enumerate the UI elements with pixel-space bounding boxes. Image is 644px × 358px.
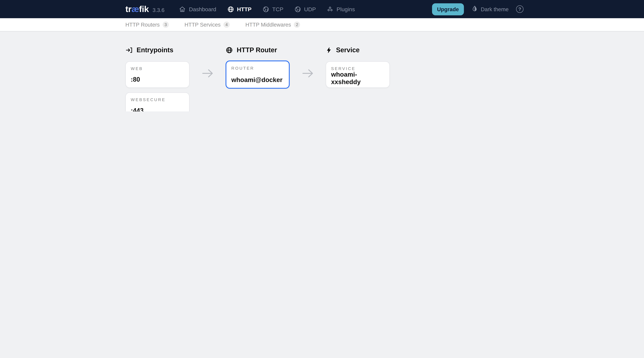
service-heading: Service — [326, 46, 390, 54]
tab-label: HTTP Middlewares — [245, 22, 291, 28]
globe-icon — [227, 6, 234, 13]
cubes-icon — [327, 6, 334, 13]
tab-http-routers[interactable]: HTTP Routers 3 — [126, 22, 169, 28]
flow-arrow-icon — [302, 61, 314, 111]
droplet-icon — [471, 5, 478, 13]
nav-item-tcp[interactable]: TCP — [257, 0, 289, 18]
flow-headings: Entrypoints HTTP Router Service — [126, 46, 524, 54]
card-value: whoami-xxsheddy — [331, 71, 384, 86]
dark-theme-toggle[interactable]: Dark theme — [471, 5, 509, 13]
card-label: ROUTER — [231, 66, 284, 70]
nav-item-label: UDP — [304, 6, 316, 12]
nav-item-dashboard[interactable]: Dashboard — [174, 0, 222, 18]
router-card: ROUTER whoami@docker — [226, 61, 290, 89]
entrypoint-card-websecure: WEBSECURE :443 — [126, 92, 190, 111]
tab-http-services[interactable]: HTTP Services 4 — [184, 22, 230, 28]
router-column: ROUTER whoami@docker — [226, 61, 290, 111]
nav-item-plugins[interactable]: Plugins — [321, 0, 360, 18]
router-detail-page: Entrypoints HTTP Router Service — [126, 32, 524, 111]
entrypoints-heading: Entrypoints — [126, 46, 190, 54]
upgrade-button[interactable]: Upgrade — [432, 3, 464, 15]
help-button[interactable]: ? — [516, 6, 524, 13]
logo-text: træfik — [126, 4, 149, 14]
nav-item-udp[interactable]: UDP — [289, 0, 321, 18]
nav-item-label: Plugins — [336, 6, 355, 12]
nav-item-label: Dashboard — [189, 6, 216, 12]
tab-http-middlewares[interactable]: HTTP Middlewares 2 — [245, 22, 300, 28]
nav-item-http[interactable]: HTTP — [222, 0, 257, 18]
dark-theme-label: Dark theme — [481, 6, 509, 12]
sphere-icon — [294, 6, 301, 13]
flow-cards: WEB :80 WEBSECURE :443 ROUTER who — [126, 61, 524, 111]
card-value: :443 — [131, 107, 184, 111]
sphere-icon — [262, 6, 269, 13]
lightning-icon — [326, 46, 332, 54]
question-mark-icon: ? — [518, 7, 521, 12]
card-label: SERVICE — [331, 66, 384, 71]
tab-label: HTTP Routers — [126, 22, 160, 28]
traefik-logo[interactable]: træfik 3.3.6 — [126, 4, 164, 14]
nav-item-label: TCP — [272, 6, 283, 12]
entrypoint-card-web: WEB :80 — [126, 61, 190, 88]
nav-item-label: HTTP — [237, 6, 252, 12]
version-label: 3.3.6 — [152, 7, 164, 13]
card-value: whoami@docker — [231, 76, 284, 84]
card-label: WEBSECURE — [131, 97, 184, 102]
main-nav: Dashboard HTTP — [174, 0, 360, 18]
card-label: WEB — [131, 66, 184, 71]
globe-icon — [226, 46, 233, 54]
count-badge: 2 — [294, 22, 300, 28]
http-subnav: HTTP Routers 3 HTTP Services 4 HTTP Midd… — [0, 18, 644, 32]
http-router-heading: HTTP Router — [226, 46, 290, 54]
service-column: SERVICE whoami-xxsheddy — [326, 61, 390, 111]
card-value: :80 — [131, 76, 184, 83]
top-navbar: træfik 3.3.6 Dashboard — [0, 0, 644, 18]
entrypoints-column: WEB :80 WEBSECURE :443 — [126, 61, 190, 111]
count-badge: 4 — [224, 22, 230, 28]
service-card: SERVICE whoami-xxsheddy — [326, 61, 390, 88]
tab-label: HTTP Services — [184, 22, 220, 28]
login-arrow-icon — [126, 46, 133, 54]
count-badge: 3 — [162, 22, 169, 28]
flow-arrow-icon — [201, 61, 214, 111]
home-icon — [179, 6, 186, 13]
traefik-dashboard: træfik 3.3.6 Dashboard — [0, 0, 644, 111]
